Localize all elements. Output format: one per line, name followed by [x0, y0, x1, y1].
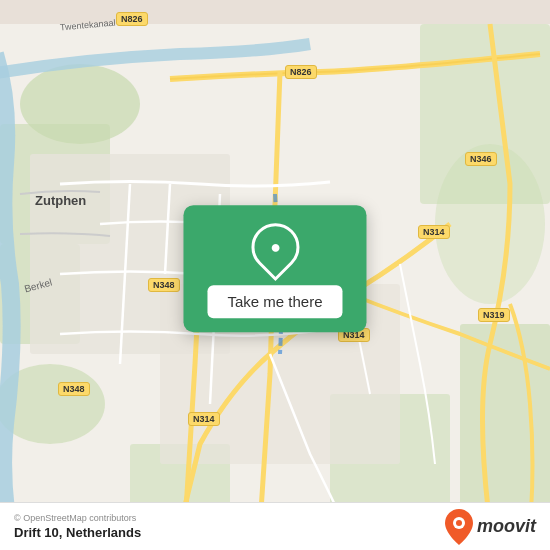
- moovit-logo: moovit: [445, 509, 536, 545]
- moovit-text: moovit: [477, 516, 536, 537]
- copyright-text: © OpenStreetMap contributors: [14, 513, 141, 523]
- location-label: Drift 10, Netherlands: [14, 525, 141, 540]
- take-me-there-button[interactable]: Take me there: [207, 285, 342, 318]
- road-label-n348-mid: N348: [148, 278, 180, 292]
- road-label-n348-bot: N348: [58, 382, 90, 396]
- road-label-n314-right: N314: [418, 225, 450, 239]
- svg-point-13: [456, 520, 462, 526]
- road-label-n826-mid: N826: [285, 65, 317, 79]
- svg-point-9: [435, 144, 545, 304]
- location-pin-icon: ●: [241, 213, 309, 281]
- place-label-zutphen: Zutphen: [35, 193, 86, 208]
- moovit-pin-icon: [445, 509, 473, 545]
- road-label-n826-top: N826: [116, 12, 148, 26]
- popup-card: ● Take me there: [183, 205, 366, 332]
- map-container: N826 N826 N346 N314 N314 N314 N348 N348 …: [0, 0, 550, 550]
- bottom-left: © OpenStreetMap contributors Drift 10, N…: [14, 513, 141, 540]
- svg-rect-7: [460, 324, 550, 524]
- road-label-n346: N346: [465, 152, 497, 166]
- road-label-n314-bot2: N314: [188, 412, 220, 426]
- location-dot: ●: [270, 238, 281, 256]
- road-label-n319: N319: [478, 308, 510, 322]
- bottom-bar: © OpenStreetMap contributors Drift 10, N…: [0, 502, 550, 550]
